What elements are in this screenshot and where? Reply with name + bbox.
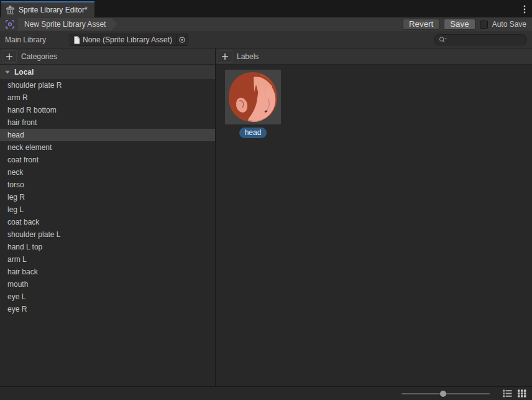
labels-grid: head [216, 65, 532, 386]
category-item[interactable]: coat front [0, 154, 215, 166]
category-item-label: torso [7, 180, 24, 189]
category-item-label: neck element [7, 143, 52, 152]
foldout-triangle-icon [4, 69, 11, 75]
category-list: shoulder plate R arm R hand R bottom hai… [0, 79, 215, 315]
zoom-slider-handle[interactable] [440, 391, 446, 397]
zoom-slider[interactable] [401, 389, 490, 398]
category-item[interactable]: arm R [0, 91, 215, 104]
category-item[interactable]: neck [0, 166, 215, 179]
asset-file-icon [73, 36, 80, 44]
category-item-label: hair front [7, 118, 37, 127]
category-item-label: hand R bottom [7, 106, 57, 114]
label-name-pill[interactable]: head [239, 128, 267, 138]
library-building-icon [6, 6, 15, 15]
search-field[interactable] [434, 34, 527, 45]
add-category-button[interactable] [2, 50, 17, 63]
category-item-label: coat back [7, 218, 39, 226]
add-label-button[interactable] [218, 50, 232, 63]
object-field-value: None (Sprite Library Asset) [83, 35, 176, 44]
category-item-label: coat front [7, 156, 39, 164]
auto-save-checkbox[interactable] [480, 21, 488, 29]
category-item[interactable]: neck element [0, 141, 215, 154]
category-item-label: head [7, 131, 24, 139]
toolbar: New Sprite Library Asset Revert Save Aut… [0, 17, 532, 31]
category-item[interactable]: shoulder plate R [0, 79, 215, 91]
sprite-library-asset-icon [5, 19, 15, 29]
category-item[interactable]: hand R bottom [0, 104, 215, 116]
category-item[interactable]: hand L top [0, 241, 215, 253]
category-item[interactable]: arm L [0, 253, 215, 266]
revert-button[interactable]: Revert [403, 19, 439, 30]
category-item[interactable]: hair front [0, 116, 215, 129]
toolbar-actions: Revert Save Auto Save [403, 19, 532, 30]
tab-bar: Sprite Library Editor* [0, 0, 532, 17]
tab-sprite-library-editor[interactable]: Sprite Library Editor* [1, 1, 94, 17]
category-item[interactable]: eye R [0, 303, 215, 315]
category-item-label: eye L [7, 292, 25, 301]
labels-panel: Labels [216, 49, 532, 386]
categories-title: Categories [21, 52, 57, 61]
category-item[interactable]: hair back [0, 266, 215, 278]
kebab-menu-icon[interactable] [523, 5, 526, 16]
category-item[interactable]: head [0, 129, 215, 141]
category-item[interactable]: shoulder plate L [0, 228, 215, 241]
categories-panel: Categories Local shoulder plate R [0, 49, 216, 386]
category-item-label: arm L [7, 255, 27, 264]
category-item-label: mouth [7, 280, 28, 289]
category-item-label: hand L top [7, 243, 42, 251]
category-item[interactable]: torso [0, 179, 215, 191]
category-item-label: arm R [7, 93, 28, 102]
category-item-label: leg L [7, 205, 24, 214]
grid-view-icon[interactable] [518, 389, 526, 398]
object-picker-icon[interactable] [176, 34, 188, 45]
category-item-label: leg R [7, 193, 25, 202]
category-item-label: shoulder plate R [7, 81, 62, 90]
save-button[interactable]: Save [444, 19, 475, 30]
main-library-label: Main Library [5, 35, 46, 44]
category-item[interactable]: leg R [0, 191, 215, 203]
category-item[interactable]: leg L [0, 203, 215, 216]
panels: Categories Local shoulder plate R [0, 49, 532, 386]
labels-header: Labels [216, 49, 532, 65]
tab-title: Sprite Library Editor* [19, 6, 88, 14]
main-library-object-field[interactable]: None (Sprite Library Asset) [70, 34, 188, 46]
sprite-thumbnail-head[interactable] [225, 70, 281, 124]
local-group-label: Local [14, 68, 34, 77]
local-group-foldout[interactable]: Local [0, 65, 215, 79]
category-item[interactable]: eye L [0, 291, 215, 303]
category-item-label: eye R [7, 305, 27, 314]
categories-header: Categories [0, 49, 215, 65]
bottom-bar [0, 386, 532, 400]
category-item-label: hair back [7, 267, 38, 276]
category-list-container: Local shoulder plate R arm R hand [0, 65, 215, 386]
category-item[interactable]: coat back [0, 216, 215, 228]
main-library-row: Main Library None (Sprite Library Asset) [0, 31, 532, 49]
category-item[interactable]: mouth [0, 278, 215, 291]
auto-save-label: Auto Save [492, 20, 526, 29]
list-view-icon[interactable] [503, 389, 512, 398]
label-entry: head [224, 70, 282, 138]
sprite-library-editor-window: Sprite Library Editor* New Sprite Librar… [0, 0, 532, 400]
category-item-label: neck [7, 168, 23, 177]
labels-title: Labels [237, 52, 259, 61]
breadcrumb[interactable]: New Sprite Library Asset [18, 18, 117, 30]
search-icon [439, 36, 447, 44]
category-item-label: shoulder plate L [7, 230, 60, 239]
